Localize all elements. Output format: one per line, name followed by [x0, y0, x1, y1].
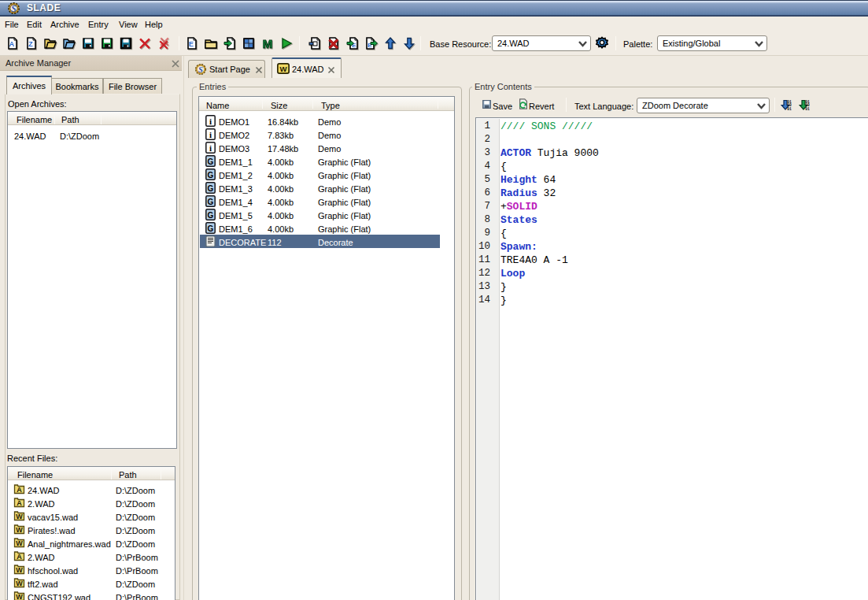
- svg-text:E: E: [189, 40, 194, 48]
- svg-text:Z: Z: [28, 40, 33, 48]
- svg-text:G: G: [208, 157, 214, 166]
- svg-text:i: i: [209, 117, 212, 126]
- svg-text:S: S: [11, 4, 16, 13]
- svg-text:W: W: [16, 526, 23, 534]
- svg-text:M: M: [263, 37, 273, 50]
- svg-text:A: A: [9, 40, 15, 48]
- svg-text:G: G: [208, 198, 214, 206]
- svg-text:W: W: [16, 513, 23, 520]
- svg-text:G: G: [208, 184, 214, 193]
- svg-text:A: A: [17, 499, 22, 507]
- svg-text:01: 01: [805, 107, 810, 111]
- svg-text:A: A: [17, 553, 22, 561]
- svg-text:01: 01: [787, 107, 792, 111]
- svg-text:i: i: [209, 143, 212, 153]
- svg-text:i: i: [209, 130, 212, 139]
- svg-text:W: W: [16, 580, 23, 587]
- svg-text:G: G: [208, 211, 214, 220]
- svg-text:W: W: [16, 593, 23, 600]
- svg-text:W: W: [279, 65, 287, 73]
- svg-text:S: S: [198, 65, 203, 74]
- svg-text:W: W: [16, 566, 23, 574]
- svg-text:W: W: [16, 539, 23, 547]
- svg-text:G: G: [208, 171, 214, 180]
- svg-text:G: G: [208, 224, 214, 233]
- svg-text:A: A: [17, 486, 22, 494]
